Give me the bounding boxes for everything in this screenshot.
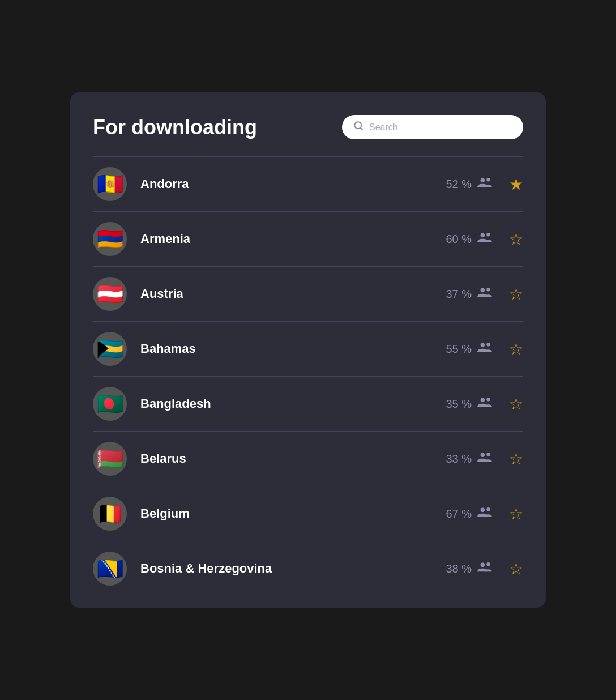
- star-button[interactable]: ☆: [509, 395, 523, 413]
- percentage-label: 35 %: [446, 398, 472, 411]
- country-stats: 38 %: [446, 561, 492, 577]
- country-flag: 🇦🇲: [93, 222, 127, 256]
- country-flag: 🇧🇩: [93, 387, 127, 421]
- percentage-label: 55 %: [446, 343, 472, 356]
- star-button[interactable]: ☆: [509, 230, 523, 249]
- svg-point-12: [481, 453, 485, 457]
- percentage-label: 37 %: [446, 288, 472, 301]
- search-icon: [353, 121, 363, 134]
- star-button[interactable]: ☆: [509, 450, 523, 468]
- svg-point-17: [486, 562, 490, 566]
- list-item: 🇧🇪Belgium67 % ☆: [93, 486, 523, 541]
- country-stats: 55 %: [446, 341, 492, 357]
- svg-point-14: [481, 508, 485, 512]
- country-stats: 60 %: [446, 231, 492, 247]
- svg-point-11: [486, 398, 490, 402]
- percentage-label: 67 %: [446, 507, 472, 520]
- star-button[interactable]: ☆: [509, 505, 523, 523]
- list-item: 🇧🇸Bahamas55 % ☆: [93, 322, 523, 377]
- percentage-label: 52 %: [446, 178, 472, 191]
- country-stats: 67 %: [446, 506, 492, 522]
- svg-point-8: [481, 343, 485, 347]
- list-item: 🇦🇹Austria37 % ☆: [93, 267, 523, 322]
- country-flag: 🇦🇩: [93, 167, 127, 201]
- country-name: Andorra: [140, 177, 446, 191]
- list-item: 🇧🇾Belarus33 % ☆: [93, 432, 523, 486]
- country-stats: 52 %: [446, 176, 492, 192]
- svg-point-7: [486, 288, 490, 291]
- svg-point-15: [486, 507, 490, 511]
- country-stats: 33 %: [446, 451, 492, 467]
- country-name: Bangladesh: [140, 396, 446, 411]
- people-icon: [477, 451, 492, 467]
- people-icon: [477, 341, 492, 357]
- country-name: Belgium: [140, 506, 446, 521]
- country-stats: 35 %: [446, 396, 492, 412]
- country-flag: 🇧🇸: [93, 332, 127, 366]
- country-flag: 🇦🇹: [93, 277, 127, 311]
- svg-line-1: [360, 127, 362, 129]
- svg-point-10: [481, 398, 485, 402]
- header: For downloading: [93, 115, 523, 139]
- country-list: 🇦🇩Andorra52 % ★🇦🇲Armenia60 % ☆🇦🇹Austria3…: [93, 157, 523, 596]
- people-icon: [477, 506, 492, 522]
- percentage-label: 60 %: [446, 233, 472, 246]
- svg-point-4: [481, 233, 485, 237]
- list-item: 🇧🇦Bosnia & Herzegovina38 % ☆: [93, 541, 523, 596]
- list-item: 🇧🇩Bangladesh35 % ☆: [93, 377, 523, 432]
- svg-point-16: [481, 563, 485, 567]
- star-button[interactable]: ☆: [509, 340, 523, 358]
- main-container: For downloading 🇦🇩Andorra52 % ★🇦🇲Armenia…: [70, 92, 546, 608]
- country-flag: 🇧🇾: [93, 442, 127, 476]
- search-box[interactable]: [342, 115, 523, 139]
- percentage-label: 33 %: [446, 453, 472, 466]
- list-item: 🇦🇲Armenia60 % ☆: [93, 212, 523, 267]
- country-flag: 🇧🇪: [93, 497, 127, 531]
- country-name: Austria: [140, 287, 446, 301]
- country-name: Belarus: [140, 451, 446, 466]
- list-item: 🇦🇩Andorra52 % ★: [93, 157, 523, 212]
- people-icon: [477, 176, 492, 192]
- people-icon: [477, 396, 492, 412]
- people-icon: [477, 561, 492, 577]
- percentage-label: 38 %: [446, 562, 472, 575]
- svg-point-2: [481, 178, 485, 182]
- svg-point-9: [486, 343, 490, 347]
- svg-point-3: [486, 178, 490, 182]
- country-name: Armenia: [140, 232, 446, 246]
- svg-point-6: [481, 288, 485, 292]
- people-icon: [477, 286, 492, 302]
- search-input[interactable]: [369, 122, 512, 133]
- country-name: Bosnia & Herzegovina: [140, 561, 446, 576]
- star-button[interactable]: ★: [509, 175, 523, 194]
- country-flag: 🇧🇦: [93, 552, 127, 586]
- page-title: For downloading: [93, 116, 257, 139]
- people-icon: [477, 231, 492, 247]
- svg-point-13: [486, 453, 490, 456]
- star-button[interactable]: ☆: [509, 560, 523, 578]
- country-stats: 37 %: [446, 286, 492, 302]
- star-button[interactable]: ☆: [509, 285, 523, 304]
- country-name: Bahamas: [140, 342, 446, 356]
- svg-point-5: [486, 233, 490, 237]
